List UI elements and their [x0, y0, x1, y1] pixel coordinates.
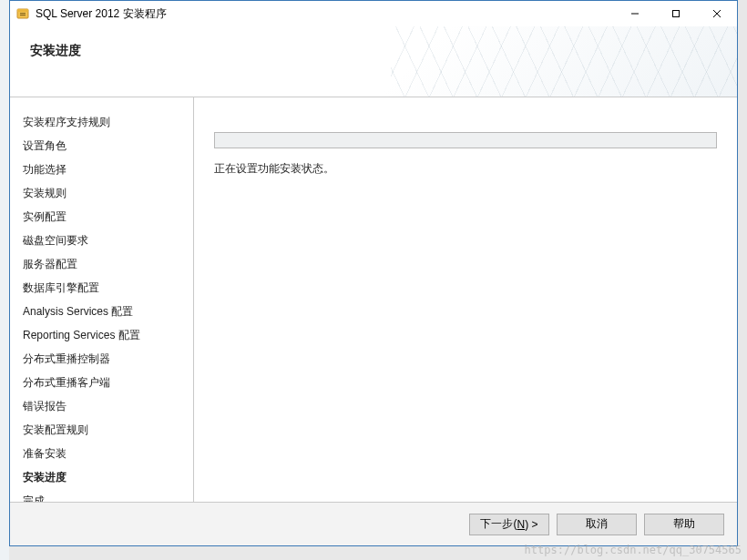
app-icon: [15, 6, 30, 21]
header-banner: 安装进度: [10, 26, 737, 97]
next-label-prefix: 下一步(: [480, 516, 517, 532]
sidebar-step: 设置角色: [23, 134, 193, 158]
sidebar-step: 错误报告: [23, 394, 193, 418]
progress-bar: [214, 132, 717, 148]
sidebar-step: 安装配置规则: [23, 418, 193, 442]
minimize-button[interactable]: [614, 1, 655, 26]
next-mnemonic: N: [517, 518, 525, 531]
sidebar-step: 数据库引擎配置: [23, 276, 193, 300]
cancel-button[interactable]: 取消: [557, 514, 637, 535]
sidebar: 安装程序支持规则设置角色功能选择安装规则实例配置磁盘空间要求服务器配置数据库引擎…: [10, 97, 194, 502]
svg-rect-3: [20, 15, 26, 15]
sidebar-step: Reporting Services 配置: [23, 323, 193, 347]
close-button[interactable]: [696, 1, 737, 26]
sidebar-step: 安装程序支持规则: [23, 110, 193, 134]
sidebar-step: 完成: [23, 489, 193, 502]
titlebar: SQL Server 2012 安装程序: [10, 1, 737, 26]
sidebar-step: 准备安装: [23, 442, 193, 465]
sidebar-step: 功能选择: [23, 158, 193, 181]
installer-window: SQL Server 2012 安装程序 安装进度 安装程序支持规则设置角色功能…: [9, 0, 738, 546]
sidebar-step: 分布式重播控制器: [23, 347, 193, 371]
next-label-suffix: ) >: [525, 518, 537, 531]
maximize-button[interactable]: [655, 1, 696, 26]
main-panel: 正在设置功能安装状态。: [194, 97, 737, 502]
footer: 下一步(N) > 取消 帮助: [10, 502, 737, 545]
svg-rect-2: [20, 13, 26, 14]
body-area: 安装程序支持规则设置角色功能选择安装规则实例配置磁盘空间要求服务器配置数据库引擎…: [10, 97, 737, 502]
page-title: 安装进度: [30, 43, 81, 59]
sidebar-step: Analysis Services 配置: [23, 300, 193, 323]
help-button[interactable]: 帮助: [644, 514, 724, 535]
sidebar-step: 磁盘空间要求: [23, 229, 193, 252]
window-controls: [614, 1, 737, 26]
status-text: 正在设置功能安装状态。: [214, 161, 717, 177]
sidebar-step: 安装进度: [23, 465, 193, 489]
next-button[interactable]: 下一步(N) >: [469, 514, 549, 535]
sidebar-step: 安装规则: [23, 181, 193, 205]
svg-rect-5: [672, 11, 679, 17]
svg-rect-1: [17, 9, 28, 12]
window-title: SQL Server 2012 安装程序: [36, 6, 614, 22]
sidebar-step: 分布式重播客户端: [23, 371, 193, 394]
sidebar-step: 服务器配置: [23, 252, 193, 276]
sidebar-step: 实例配置: [23, 205, 193, 229]
background-edge: [0, 0, 9, 560]
